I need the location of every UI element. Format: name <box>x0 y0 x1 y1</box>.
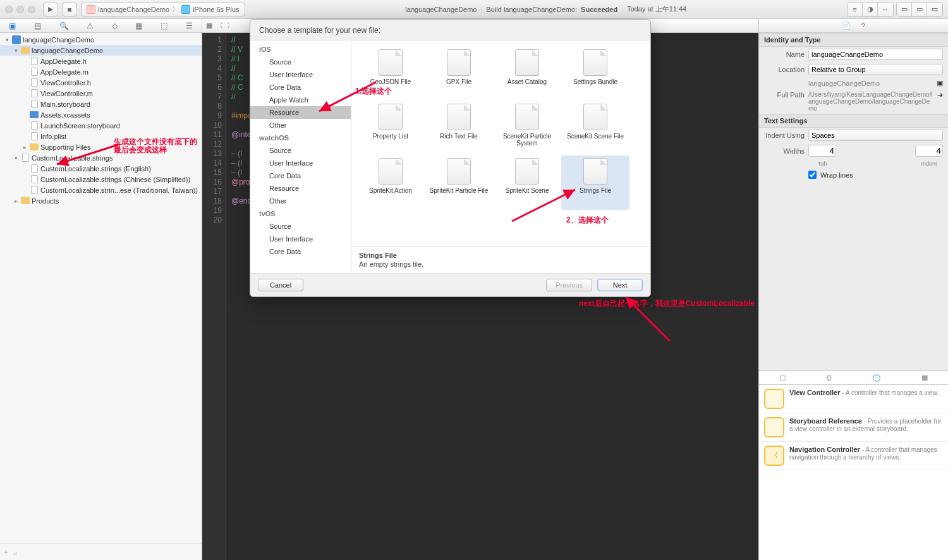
related-icon[interactable]: ▦ <box>206 21 212 30</box>
stop-button[interactable]: ■ <box>62 3 77 16</box>
tree-row[interactable]: ▾languageChangeDemo <box>0 45 202 56</box>
find-nav-icon[interactable]: 🔍 <box>59 21 69 30</box>
panel-toggle-seg[interactable]: ▭ ▭ ▭ <box>896 2 943 17</box>
reveal-icon[interactable]: ➜ <box>937 91 943 99</box>
next-button[interactable]: Next <box>597 279 643 291</box>
editor-mode-seg[interactable]: ≡ ◑ ↔ <box>847 2 894 17</box>
object-lib-icon[interactable]: ◯ <box>873 374 880 382</box>
template-item[interactable]: Settings Bundle <box>561 47 629 101</box>
object-library: ▢ {} ◯ ▦ View Controller - A controller … <box>759 370 948 561</box>
template-grid[interactable]: GeoJSON FileGPX FileAsset CatalogSetting… <box>351 40 650 246</box>
category-item[interactable]: Core Data <box>250 81 351 94</box>
tree-row[interactable]: ▾languageChangeDemo <box>0 34 202 45</box>
tree-row[interactable]: ▾CustomLocalizable.strings <box>0 152 202 163</box>
help-inspector-icon[interactable]: ? <box>861 22 865 30</box>
template-categories[interactable]: iOSSourceUser InterfaceCore DataApple Wa… <box>250 40 351 273</box>
category-item[interactable]: Apple Watch <box>250 94 351 106</box>
add-icon[interactable]: ＋ <box>3 547 9 557</box>
library-item[interactable]: 〈Navigation Controller - A controller th… <box>759 442 948 470</box>
template-item[interactable]: SceneKit Particle System <box>493 101 561 155</box>
library-item[interactable]: View Controller - A controller that mana… <box>759 385 948 413</box>
tree-row[interactable]: ViewController.h <box>0 77 202 88</box>
navigator-filter[interactable]: ＋ ⌕ <box>0 544 202 560</box>
project-tree[interactable]: ▾languageChangeDemo▾languageChangeDemoAp… <box>0 33 202 544</box>
code-snippet-lib-icon[interactable]: {} <box>827 374 831 381</box>
template-item[interactable]: Property List <box>356 101 425 155</box>
file-inspector-icon[interactable]: 📄 <box>842 21 851 30</box>
tree-row[interactable]: LaunchScreen.storyboard <box>0 120 202 131</box>
navigator-tabs[interactable]: ▣ ▤ 🔍 ⚠ ◇ ▦ ⬚ ☰ <box>0 19 202 33</box>
category-item[interactable]: User Interface <box>250 68 351 81</box>
category-item[interactable]: Resource <box>250 106 351 119</box>
name-field[interactable] <box>808 49 943 60</box>
library-item[interactable]: Storyboard Reference - Provides a placeh… <box>759 413 948 442</box>
file-template-lib-icon[interactable]: ▢ <box>779 374 786 382</box>
category-item[interactable]: Resource <box>250 182 351 195</box>
standard-editor-icon[interactable]: ≡ <box>848 3 863 16</box>
category-item[interactable]: Core Data <box>250 245 351 258</box>
zoom-icon[interactable] <box>28 6 35 13</box>
tree-row[interactable]: ▸Products <box>0 195 202 206</box>
test-nav-icon[interactable]: ◇ <box>112 21 118 30</box>
tree-row[interactable]: CustomLocalizable.strin...ese (Tradition… <box>0 185 202 195</box>
cancel-button[interactable]: Cancel <box>258 279 303 291</box>
issue-nav-icon[interactable]: ⚠ <box>87 21 94 30</box>
category-item[interactable]: Other <box>250 195 351 207</box>
template-item[interactable]: GeoJSON File <box>356 47 425 101</box>
template-item[interactable]: Asset Catalog <box>493 47 561 101</box>
debug-nav-icon[interactable]: ▦ <box>135 21 142 30</box>
category-item[interactable]: Other <box>250 119 351 131</box>
tree-row[interactable]: AppDelegate.m <box>0 66 202 77</box>
left-panel-icon[interactable]: ▭ <box>897 3 912 16</box>
folder-icon[interactable]: ▣ <box>937 79 943 87</box>
tree-row[interactable]: Info.plist <box>0 131 202 142</box>
category-item[interactable]: Source <box>250 220 351 233</box>
category-item[interactable]: Source <box>250 144 351 157</box>
previous-button[interactable]: Previous <box>546 279 592 291</box>
tree-row[interactable]: AppDelegate.h <box>0 56 202 66</box>
template-item[interactable]: SpriteKit Scene <box>493 155 561 210</box>
version-editor-icon[interactable]: ↔ <box>878 3 893 16</box>
tree-row[interactable]: ▸Supporting Files <box>0 142 202 152</box>
right-panel-icon[interactable]: ▭ <box>927 3 942 16</box>
category-item[interactable]: User Interface <box>250 233 351 245</box>
back-icon[interactable]: 〈 <box>216 21 223 30</box>
bottom-panel-icon[interactable]: ▭ <box>912 3 927 16</box>
close-icon[interactable] <box>5 6 13 13</box>
inspector-tabs[interactable]: 📄 ? <box>759 19 948 33</box>
window-controls <box>5 6 35 13</box>
template-item[interactable]: Strings File <box>561 155 629 210</box>
indent-select[interactable]: Spaces <box>808 130 943 141</box>
report-nav-icon[interactable]: ☰ <box>186 21 193 30</box>
filter-icon[interactable]: ⌕ <box>13 549 199 556</box>
template-item[interactable]: SceneKit Scene File <box>561 101 629 155</box>
minimize-icon[interactable] <box>16 6 24 13</box>
template-item[interactable]: SpriteKit Action <box>356 155 425 210</box>
breakpoint-nav-icon[interactable]: ⬚ <box>161 21 167 30</box>
location-select[interactable]: Relative to Group <box>808 64 943 75</box>
tree-row[interactable]: ViewController.m <box>0 88 202 99</box>
forward-icon[interactable]: 〉 <box>227 21 234 30</box>
media-lib-icon[interactable]: ▦ <box>921 374 928 382</box>
template-item[interactable]: Rich Text File <box>425 101 493 155</box>
template-item[interactable]: GPX File <box>425 47 493 101</box>
category-item[interactable]: Core Data <box>250 169 351 182</box>
assistant-editor-icon[interactable]: ◑ <box>863 3 878 16</box>
category-head: watchOS <box>250 131 351 144</box>
scheme-selector[interactable]: languageChangeDemo 〉 iPhone 6s Plus <box>81 3 245 16</box>
tab-width-field[interactable] <box>808 145 836 157</box>
project-nav-icon[interactable]: ▣ <box>9 21 16 30</box>
tree-row[interactable]: Main.storyboard <box>0 99 202 109</box>
library-tabs[interactable]: ▢ {} ◯ ▦ <box>759 371 948 385</box>
toolbar: ▶ ■ languageChangeDemo 〉 iPhone 6s Plus … <box>0 0 948 19</box>
category-item[interactable]: Source <box>250 56 351 68</box>
tree-row[interactable]: Assets.xcassets <box>0 109 202 120</box>
symbol-nav-icon[interactable]: ▤ <box>34 21 41 30</box>
template-item[interactable]: SpriteKit Particle File <box>425 155 493 210</box>
run-button[interactable]: ▶ <box>43 3 58 16</box>
category-item[interactable]: User Interface <box>250 157 351 169</box>
tree-row[interactable]: CustomLocalizable.strings (English) <box>0 163 202 174</box>
indent-width-field[interactable] <box>915 145 943 157</box>
tree-row[interactable]: CustomLocalizable.strings (Chinese (Simp… <box>0 174 202 185</box>
wrap-lines-checkbox[interactable] <box>808 171 817 179</box>
